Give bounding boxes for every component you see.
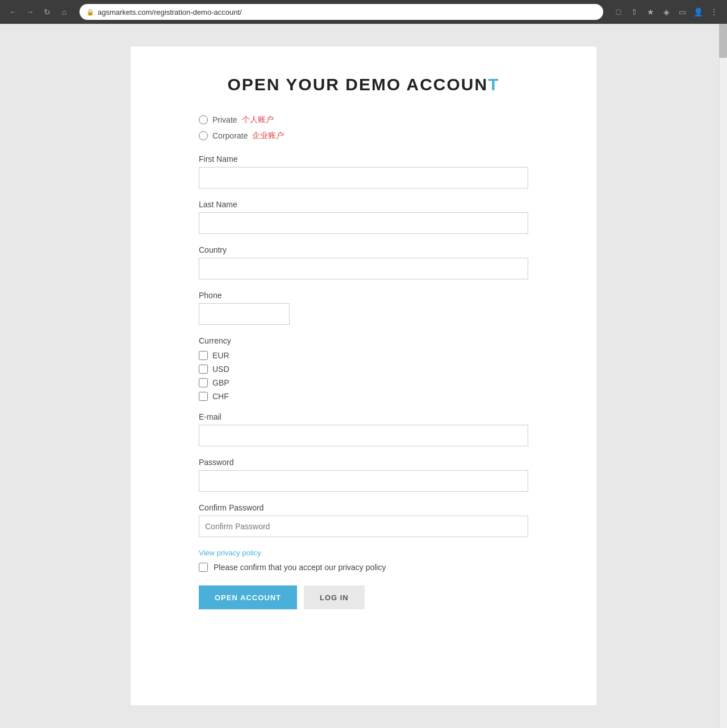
corporate-label-en: Corporate: [212, 131, 248, 140]
last-name-group: Last Name: [199, 200, 528, 234]
password-input[interactable]: [199, 470, 528, 492]
back-button[interactable]: ←: [7, 6, 19, 18]
confirm-password-label: Confirm Password: [199, 503, 528, 512]
extensions-button[interactable]: ◈: [660, 6, 672, 18]
forward-button[interactable]: →: [24, 6, 36, 18]
address-bar[interactable]: 🔒 agsmarkets.com/registration-demo-accou…: [80, 4, 603, 20]
scrollbar-thumb[interactable]: [719, 24, 727, 58]
chf-checkbox[interactable]: [199, 392, 208, 401]
browser-actions: □ ⇧ ★ ◈ ▭ 👤 ⋮: [612, 6, 720, 18]
title-accent: T: [488, 75, 499, 94]
chf-option[interactable]: CHF: [199, 392, 528, 401]
privacy-policy-link[interactable]: View privacy policy: [199, 549, 528, 557]
profile-button[interactable]: 👤: [692, 6, 704, 18]
refresh-button[interactable]: ↻: [41, 6, 53, 18]
email-group: E-mail: [199, 412, 528, 446]
phone-group: Phone: [199, 291, 528, 325]
email-input[interactable]: [199, 425, 528, 446]
button-row: OPEN ACCOUNT LOG IN: [199, 585, 528, 609]
first-name-label: First Name: [199, 154, 528, 164]
private-label-zh: 个人账户: [242, 115, 274, 125]
private-account-option[interactable]: Private个人账户: [199, 115, 528, 125]
corporate-label-zh: 企业账户: [252, 131, 284, 141]
currency-options: EUR USD GBP CHF: [199, 351, 528, 401]
usd-label: USD: [212, 365, 229, 374]
private-radio[interactable]: [199, 115, 208, 124]
password-label: Password: [199, 458, 528, 467]
usd-option[interactable]: USD: [199, 365, 528, 374]
confirm-password-group: Confirm Password: [199, 503, 528, 537]
eur-checkbox[interactable]: [199, 351, 208, 360]
eur-label: EUR: [212, 351, 229, 360]
share-button[interactable]: ⇧: [628, 6, 641, 18]
log-in-button[interactable]: LOG IN: [304, 585, 365, 609]
gbp-label: GBP: [212, 378, 229, 387]
browser-chrome: ← → ↻ ⌂ 🔒 agsmarkets.com/registration-de…: [0, 0, 727, 24]
corporate-radio[interactable]: [199, 131, 208, 140]
phone-input[interactable]: [199, 303, 290, 325]
country-label: Country: [199, 245, 528, 254]
page-content: OPEN YOUR DEMO ACCOUNT Private个人账户 Corpo…: [0, 24, 727, 728]
country-input[interactable]: [199, 258, 528, 279]
country-group: Country: [199, 245, 528, 279]
open-account-button[interactable]: OPEN ACCOUNT: [199, 585, 297, 609]
first-name-group: First Name: [199, 154, 528, 189]
privacy-checkbox[interactable]: [199, 563, 208, 572]
email-label: E-mail: [199, 412, 528, 421]
phone-label: Phone: [199, 291, 528, 300]
last-name-input[interactable]: [199, 212, 528, 234]
menu-button[interactable]: ⋮: [708, 6, 720, 18]
chf-label: CHF: [212, 392, 229, 401]
confirm-password-input[interactable]: [199, 516, 528, 537]
private-label-en: Private: [212, 115, 237, 124]
usd-checkbox[interactable]: [199, 365, 208, 374]
currency-label: Currency: [199, 336, 528, 345]
lock-icon: 🔒: [86, 9, 94, 16]
privacy-check-row[interactable]: Please confirm that you accept our priva…: [199, 563, 528, 572]
scrollbar[interactable]: [719, 24, 727, 728]
url-text: agsmarkets.com/registration-demo-account…: [98, 8, 242, 16]
gbp-option[interactable]: GBP: [199, 378, 528, 387]
screenshot-button[interactable]: □: [612, 6, 625, 18]
account-type-section: Private个人账户 Corporate企业账户: [199, 115, 528, 141]
currency-section: Currency EUR USD GBP CHF: [199, 336, 528, 401]
page-title: OPEN YOUR DEMO ACCOUNT: [199, 75, 528, 94]
corporate-account-option[interactable]: Corporate企业账户: [199, 131, 528, 141]
last-name-label: Last Name: [199, 200, 528, 209]
bookmark-button[interactable]: ★: [644, 6, 657, 18]
eur-option[interactable]: EUR: [199, 351, 528, 360]
gbp-checkbox[interactable]: [199, 378, 208, 387]
home-button[interactable]: ⌂: [58, 6, 70, 18]
window-button[interactable]: ▭: [676, 6, 688, 18]
password-group: Password: [199, 458, 528, 492]
first-name-input[interactable]: [199, 167, 528, 189]
form-container: OPEN YOUR DEMO ACCOUNT Private个人账户 Corpo…: [131, 47, 596, 705]
privacy-check-label: Please confirm that you accept our priva…: [214, 563, 386, 572]
